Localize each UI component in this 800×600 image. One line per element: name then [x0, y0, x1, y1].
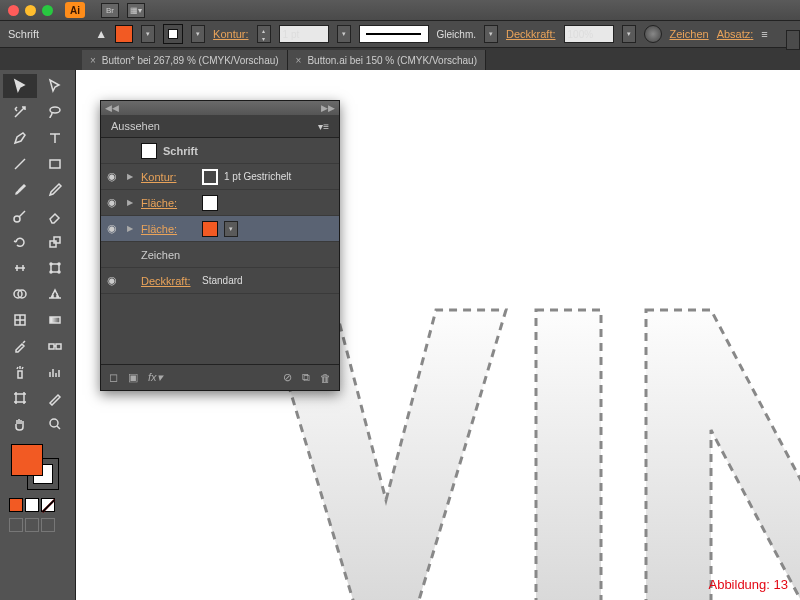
row-value: Standard [202, 275, 243, 286]
row-label[interactable]: Kontur: [141, 171, 196, 183]
paintbrush-tool[interactable] [3, 178, 37, 202]
panel-tab[interactable]: Aussehen ▾≡ [101, 115, 339, 138]
blend-tool[interactable] [39, 334, 73, 358]
blob-brush-tool[interactable] [3, 204, 37, 228]
appearance-row-opacity[interactable]: ◉ Deckkraft: Standard [101, 268, 339, 294]
opacity-input[interactable]: 100% [564, 25, 614, 43]
align-left-icon[interactable]: ≡ [761, 28, 767, 40]
slice-tool[interactable] [39, 386, 73, 410]
fill-dropdown[interactable]: ▾ [224, 221, 238, 237]
visibility-icon[interactable]: ◉ [107, 170, 121, 183]
stroke-weight-dropdown[interactable]: ▾ [337, 25, 351, 43]
stroke-label[interactable]: Kontur: [213, 28, 248, 40]
rotate-tool[interactable] [3, 230, 37, 254]
shape-builder-tool[interactable] [3, 282, 37, 306]
screen-mode-normal[interactable] [9, 518, 23, 532]
width-tool[interactable] [3, 256, 37, 280]
rectangle-tool[interactable] [39, 152, 73, 176]
add-effect-icon[interactable]: fx▾ [148, 371, 163, 384]
arrange-docs-button[interactable]: ▦▾ [127, 3, 145, 18]
appearance-row-stroke[interactable]: ◉ ▶ Kontur: 1 pt Gestrichelt [101, 164, 339, 190]
expand-icon[interactable]: ▶ [127, 172, 135, 181]
appearance-row-characters[interactable]: Zeichen [101, 242, 339, 268]
text-align-icon[interactable]: ▲ [95, 27, 107, 41]
recolor-artwork-button[interactable] [644, 25, 662, 43]
duplicate-item-icon[interactable]: ⧉ [302, 371, 310, 384]
type-tool[interactable] [39, 126, 73, 150]
appearance-row-type[interactable]: Schrift [101, 138, 339, 164]
appearance-row-fill-selected[interactable]: ◉ ▶ Fläche: ▾ [101, 216, 339, 242]
pencil-tool[interactable] [39, 178, 73, 202]
clear-appearance-icon[interactable]: ⊘ [283, 371, 292, 384]
stroke-weight-stepper[interactable]: ▴▾ [257, 25, 271, 43]
fill-color-swatch[interactable] [202, 195, 218, 211]
expand-icon[interactable]: ▶ [127, 198, 135, 207]
visibility-icon[interactable]: ◉ [107, 196, 121, 209]
visibility-icon[interactable]: ◉ [107, 222, 121, 235]
perspective-grid-tool[interactable] [39, 282, 73, 306]
none-mode-swatch[interactable] [41, 498, 55, 512]
add-stroke-icon[interactable]: ◻ [109, 371, 118, 384]
document-tab[interactable]: × Button.ai bei 150 % (CMYK/Vorschau) [288, 50, 486, 70]
line-tool[interactable] [3, 152, 37, 176]
document-tab[interactable]: × Button* bei 267,89 % (CMYK/Vorschau) [82, 50, 288, 70]
row-label[interactable]: Fläche: [141, 197, 196, 209]
minimize-window-button[interactable] [25, 5, 36, 16]
zoom-tool[interactable] [39, 412, 73, 436]
column-graph-tool[interactable] [39, 360, 73, 384]
stroke-weight-input[interactable]: 1 pt [279, 25, 329, 43]
add-fill-icon[interactable]: ▣ [128, 371, 138, 384]
opacity-label[interactable]: Deckkraft: [506, 28, 556, 40]
panel-drag-handle[interactable]: ◀◀▶▶ [101, 101, 339, 115]
eyedropper-tool[interactable] [3, 334, 37, 358]
direct-selection-tool[interactable] [39, 74, 73, 98]
expand-icon[interactable]: ▶ [127, 224, 135, 233]
visibility-icon[interactable]: ◉ [107, 274, 121, 287]
panel-collapse-strip[interactable] [786, 30, 800, 50]
screen-mode-full[interactable] [25, 518, 39, 532]
close-tab-icon[interactable]: × [296, 55, 302, 66]
screen-mode-presentation[interactable] [41, 518, 55, 532]
artboard-tool[interactable] [3, 386, 37, 410]
mesh-tool[interactable] [3, 308, 37, 332]
lasso-tool[interactable] [39, 100, 73, 124]
stroke-swatch[interactable] [163, 24, 183, 44]
eraser-tool[interactable] [39, 204, 73, 228]
fill-swatch[interactable] [115, 25, 133, 43]
close-window-button[interactable] [8, 5, 19, 16]
gradient-tool[interactable] [39, 308, 73, 332]
selection-tool[interactable] [3, 74, 37, 98]
paragraph-panel-link[interactable]: Absatz: [717, 28, 754, 40]
appearance-panel[interactable]: ◀◀▶▶ Aussehen ▾≡ Schrift ◉ ▶ Kontur: 1 p… [100, 100, 340, 391]
brush-preview[interactable] [359, 25, 429, 43]
color-mode-swatch[interactable] [9, 498, 23, 512]
stroke-dropdown[interactable]: ▾ [191, 25, 205, 43]
row-label: Zeichen [141, 249, 196, 261]
opacity-dropdown[interactable]: ▾ [622, 25, 636, 43]
magic-wand-tool[interactable] [3, 100, 37, 124]
character-panel-link[interactable]: Zeichen [670, 28, 709, 40]
fill-color-swatch[interactable] [202, 221, 218, 237]
hand-tool[interactable] [3, 412, 37, 436]
close-tab-icon[interactable]: × [90, 55, 96, 66]
delete-item-icon[interactable]: 🗑 [320, 372, 331, 384]
figure-caption: Abbildung: 13 [708, 577, 788, 592]
symbol-sprayer-tool[interactable] [3, 360, 37, 384]
scale-tool[interactable] [39, 230, 73, 254]
bridge-button[interactable]: Br [101, 3, 119, 18]
type-thumb-icon [141, 143, 157, 159]
row-label[interactable]: Deckkraft: [141, 275, 196, 287]
brush-dropdown[interactable]: ▾ [484, 25, 498, 43]
svg-point-6 [50, 263, 52, 265]
free-transform-tool[interactable] [39, 256, 73, 280]
pen-tool[interactable] [3, 126, 37, 150]
color-swatches[interactable] [3, 444, 72, 494]
foreground-fill-swatch[interactable] [11, 444, 43, 476]
row-label[interactable]: Fläche: [141, 223, 196, 235]
appearance-row-fill[interactable]: ◉ ▶ Fläche: [101, 190, 339, 216]
panel-menu-icon[interactable]: ▾≡ [318, 121, 329, 132]
stroke-color-swatch[interactable] [202, 169, 218, 185]
fill-dropdown[interactable]: ▾ [141, 25, 155, 43]
zoom-window-button[interactable] [42, 5, 53, 16]
gradient-mode-swatch[interactable] [25, 498, 39, 512]
